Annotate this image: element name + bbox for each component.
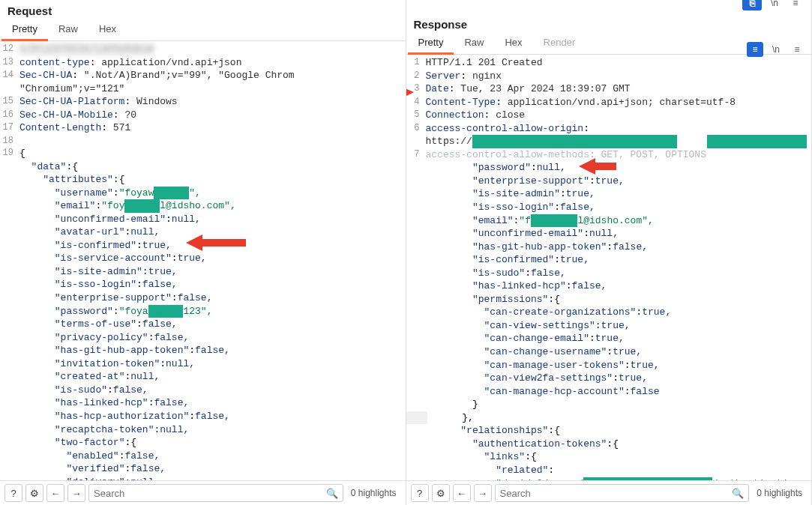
search-icon-resp: 🔍 (732, 488, 744, 499)
tab-pretty[interactable]: Pretty (1, 19, 48, 41)
request-title: Request (0, 0, 406, 19)
back-icon-resp[interactable]: ← (453, 484, 471, 502)
help-icon[interactable]: ? (4, 484, 22, 502)
request-footer: ? ⚙ ← → 🔍 0 highlights (0, 480, 406, 505)
tab-raw-resp[interactable]: Raw (454, 32, 494, 54)
search-input-resp[interactable] (500, 488, 733, 499)
response-search[interactable]: 🔍 (495, 484, 750, 502)
response-content[interactable]: 1HTTP/1.1 201 Created2Server: nginx3Date… (406, 55, 812, 480)
search-input[interactable] (94, 488, 326, 499)
request-panel: Request Pretty Raw Hex 12V/RfjCO?KCCK/LA… (0, 0, 406, 505)
request-tabs: Pretty Raw Hex (0, 19, 406, 41)
highlights-count: 0 highlights (346, 488, 401, 498)
forward-icon[interactable]: → (67, 484, 85, 502)
tab-raw[interactable]: Raw (48, 19, 88, 40)
response-top-toolbar: ⎘ \n ≡ (742, 0, 804, 10)
request-content[interactable]: 12V/RfjCO?KCCK/LAPDeRdDuW13content-type:… (0, 41, 406, 480)
toolbar-json-icon[interactable]: ⎘ (742, 0, 762, 10)
tab-render-resp[interactable]: Render (533, 32, 586, 54)
search-icon: 🔍 (326, 488, 338, 499)
response-title: Response (406, 13, 812, 32)
gear-icon-resp[interactable]: ⚙ (432, 484, 450, 502)
forward-icon-resp[interactable]: → (474, 484, 492, 502)
tab-pretty-resp[interactable]: Pretty (408, 32, 454, 55)
toolbar-menu-icon[interactable]: ≡ (787, 0, 804, 10)
response-footer: ? ⚙ ← → 🔍 0 highlights (406, 480, 812, 505)
toolbar-newline-icon[interactable]: \n (766, 0, 783, 10)
back-icon[interactable]: ← (46, 484, 64, 502)
help-icon-resp[interactable]: ? (411, 484, 429, 502)
highlights-count-resp: 0 highlights (752, 488, 807, 498)
gear-icon[interactable]: ⚙ (25, 484, 43, 502)
tab-hex-resp[interactable]: Hex (494, 32, 532, 54)
tab-hex[interactable]: Hex (88, 19, 127, 40)
response-panel: ⎘ \n ≡ Response Pretty Raw Hex Render ≡ … (406, 0, 813, 505)
request-search[interactable]: 🔍 (88, 484, 343, 502)
